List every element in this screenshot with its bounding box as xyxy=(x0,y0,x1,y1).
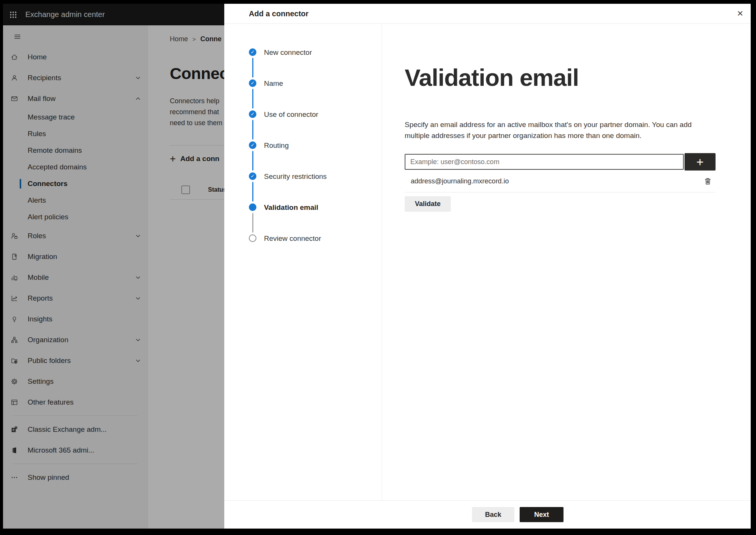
back-button[interactable]: Back xyxy=(472,507,514,522)
address-text: address@journaling.mxrecord.io xyxy=(411,177,509,185)
email-input-row: + xyxy=(405,153,716,171)
step-routing[interactable]: Routing xyxy=(249,141,382,172)
next-button[interactable]: Next xyxy=(520,507,564,522)
modal-footer: Back Next xyxy=(224,500,751,529)
modal-title: Add a connector xyxy=(249,9,309,18)
validation-email-pane: Validation email Specify an email addres… xyxy=(382,24,751,500)
delete-address-button[interactable] xyxy=(701,175,714,188)
exchange-admin-center-window: Exchange admin center Home Recipients Ma… xyxy=(3,4,751,529)
step-connector-line xyxy=(252,151,253,171)
add-connector-modal: Add a connector ✕ New connector Name Use… xyxy=(224,4,751,529)
step-state-icon xyxy=(249,110,256,118)
modal-dim-overlay xyxy=(3,4,224,529)
email-input[interactable] xyxy=(405,154,684,170)
address-list: address@journaling.mxrecord.io xyxy=(405,171,716,192)
step-connector-line xyxy=(252,120,253,140)
step-state-icon xyxy=(249,79,256,87)
step-name[interactable]: Name xyxy=(249,79,382,110)
step-state-icon xyxy=(249,172,256,180)
step-security-restrictions[interactable]: Security restrictions xyxy=(249,172,382,203)
validate-button[interactable]: Validate xyxy=(405,196,451,212)
step-state-icon xyxy=(249,141,256,149)
step-state-icon xyxy=(249,234,256,242)
step-new-connector[interactable]: New connector xyxy=(249,48,382,79)
close-icon: ✕ xyxy=(737,9,744,18)
close-button[interactable]: ✕ xyxy=(734,8,746,20)
plus-icon: + xyxy=(696,156,703,168)
wizard-stepper: New connector Name Use of connector Rout… xyxy=(249,48,382,265)
step-description: Specify an email address for an active m… xyxy=(405,119,716,141)
modal-header: Add a connector ✕ xyxy=(224,4,751,24)
wizard-stepper-column: New connector Name Use of connector Rout… xyxy=(224,24,382,500)
modal-body: New connector Name Use of connector Rout… xyxy=(224,24,751,500)
step-state-icon xyxy=(249,48,256,56)
step-connector-line xyxy=(252,213,253,233)
add-address-button[interactable]: + xyxy=(685,153,716,171)
step-state-icon xyxy=(249,203,256,211)
step-validation-email[interactable]: Validation email xyxy=(249,203,382,234)
trash-icon xyxy=(703,177,712,186)
step-connector-line xyxy=(252,182,253,202)
step-connector-line xyxy=(252,58,253,78)
screenshot-frame: Exchange admin center Home Recipients Ma… xyxy=(0,0,756,535)
address-row-: address@journaling.mxrecord.io xyxy=(405,171,716,192)
step-review-connector[interactable]: Review connector xyxy=(249,234,382,265)
step-heading: Validation email xyxy=(405,64,716,91)
step-connector-line xyxy=(252,89,253,109)
step-use-of-connector[interactable]: Use of connector xyxy=(249,110,382,141)
